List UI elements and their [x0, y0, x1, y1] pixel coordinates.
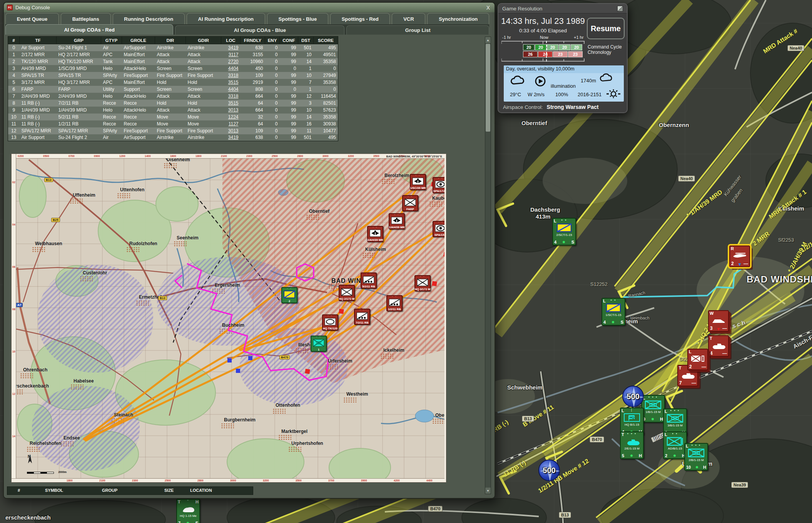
- loc-link[interactable]: 1224: [228, 114, 239, 120]
- loc-link[interactable]: 3419: [228, 135, 239, 140]
- cell-gdir: Attack: [186, 58, 221, 65]
- tab-running-description[interactable]: Running Description: [113, 13, 185, 24]
- enemy-unit-counter[interactable]: L2—: [687, 349, 708, 370]
- friendly-unit-counter[interactable]: L• •2/SCT/1-154S: [552, 218, 576, 246]
- coa-unit-icon[interactable]: · ·7/2/11 RB: [354, 309, 370, 325]
- grid-coord: 3700: [328, 479, 334, 482]
- tab-spottings-red[interactable]: Spottings - Red: [330, 13, 390, 24]
- loc-link[interactable]: 3013: [228, 128, 239, 134]
- column-header-size: SIZE: [164, 488, 174, 493]
- grid-coord: 10: [12, 350, 15, 353]
- loc-link[interactable]: 3515: [228, 80, 239, 85]
- cell-#: 0: [8, 44, 20, 51]
- cell-score: 30938: [314, 120, 338, 127]
- objective-value: 500: [627, 392, 639, 401]
- cell-eny: 0: [265, 114, 280, 120]
- coa-unit-icon[interactable]: · ·FARP: [402, 195, 418, 211]
- friendly-unit-counter[interactable]: L• • •2/B/1-15 M10H: [684, 443, 708, 471]
- coa-map[interactable]: UlsenheimUttenhofenUffenheimWelbhausenRu…: [11, 154, 446, 483]
- table-row[interactable]: 0Air SupportSu-24 Flight 1AirAirSupportA…: [8, 44, 338, 51]
- coa-unit-icon[interactable]: · ·1: [311, 336, 327, 352]
- coa-unit-icon[interactable]: · ·2: [281, 287, 297, 303]
- column-header-frndly: FRNDLY: [241, 37, 265, 44]
- scrollbar-thumb[interactable]: [486, 44, 490, 132]
- table-row[interactable]: 12/172 MRRHQ 2/172 MRRAPCMainEffortAttac…: [8, 51, 338, 58]
- tab-battleplans[interactable]: Battleplans: [61, 13, 111, 24]
- cell-dst: 10: [298, 72, 314, 79]
- scroll-up-icon[interactable]: ▲: [485, 37, 491, 43]
- table-row[interactable]: 2TK/120 MRRHQ TK/120 MRRTankMainEffortAt…: [8, 58, 338, 65]
- tab-group-list[interactable]: Group List: [346, 25, 489, 35]
- column-header-conf: CONF: [280, 37, 298, 44]
- cell-frndly: 808: [241, 86, 265, 93]
- map-town-label: Custenlohr: [83, 270, 107, 276]
- loc-link[interactable]: 3419: [228, 45, 239, 50]
- game-resolution-titlebar[interactable]: Game Resolution: [498, 4, 627, 13]
- cell-dir: Hold: [155, 79, 186, 86]
- coa-unit-icon[interactable]: · ·HQ 3/172 M: [414, 275, 431, 291]
- loc-link[interactable]: 3318: [228, 73, 239, 78]
- loc-link[interactable]: 2720: [228, 59, 239, 64]
- resume-button[interactable]: Resume: [587, 18, 625, 39]
- coa-unit-icon[interactable]: · ·1/AH/39 MR: [389, 213, 405, 229]
- scrollbar[interactable]: ▲ ▼: [485, 37, 491, 494]
- table-row[interactable]: 811 RB (-)7/2/11 RBRecceRecceHoldHold351…: [8, 100, 338, 107]
- window-titlebar[interactable]: FC Debug Console X: [4, 3, 495, 12]
- friendly-unit-counter[interactable]: L• •1/SCT/1-154S: [601, 298, 625, 326]
- tab-ai-group-coas-red[interactable]: AI Group COAs - Red: [5, 24, 173, 35]
- objective-marker-500[interactable]: 500: [538, 460, 560, 481]
- table-row[interactable]: 91/AH/39 MRD1/AH/39 MRDHeloAttackHeloAtt…: [8, 107, 338, 114]
- loc-link[interactable]: 1127: [229, 121, 239, 127]
- close-icon[interactable]: X: [485, 5, 491, 11]
- coa-unit-icon[interactable]: · ·1/SC/39 MR: [410, 174, 426, 190]
- unit-symbol-icon: [667, 437, 683, 448]
- coa-unit-icon[interactable]: · ·2/AH/39 MR: [367, 226, 383, 242]
- unit-label: 2/AH/39 MR: [366, 238, 384, 242]
- loc-link[interactable]: 4404: [228, 87, 239, 92]
- loc-link[interactable]: 3318: [228, 94, 239, 99]
- unit-symbol-icon: [623, 437, 640, 448]
- loc-link[interactable]: 3117: [229, 52, 239, 57]
- coa-unit-icon[interactable]: · ·HQ 2/172 M: [339, 285, 355, 301]
- cell-#: 5: [8, 79, 20, 86]
- tab-event-queue[interactable]: Event Queue: [5, 13, 59, 24]
- tab-synchronization[interactable]: Synchronization: [427, 13, 489, 24]
- table-row[interactable]: 72/AH/39 MRD2/AH/39 MRDHeloAttackHeloAtt…: [8, 93, 338, 100]
- loc-link[interactable]: 3013: [228, 107, 239, 113]
- map-town-label: Urphertshofen: [291, 441, 323, 446]
- table-row[interactable]: 4SPA/15 TRSPA/15 TRSPArtyFireSupportFire…: [8, 72, 338, 79]
- tab-ai-running-description[interactable]: AI Running Description: [187, 13, 265, 24]
- unit-strength: 7: [679, 380, 682, 386]
- friendly-unit-counter[interactable]: L• • •1/B/1-15 M9H: [641, 395, 665, 423]
- loc-link[interactable]: 4404: [228, 66, 239, 71]
- tab-ai-group-coas-blue[interactable]: AI Group COAs - Blue: [175, 25, 344, 35]
- enemy-unit-counter[interactable]: T4—: [708, 335, 729, 357]
- table-row[interactable]: 53/172 MRRHQ 3/172 MRRAPCMainEffortHoldH…: [8, 79, 338, 86]
- table-row[interactable]: 3AH/39 MRD1/SC/39 MRDHeloAttackHeloScree…: [8, 65, 338, 72]
- resize-icon[interactable]: [617, 6, 623, 12]
- tab-vcr[interactable]: VCR: [392, 13, 425, 24]
- map-town-label: Uffenheim: [73, 192, 95, 198]
- map-town-label: Ottenhofen: [276, 403, 300, 408]
- table-row[interactable]: 6FARPFARPUtilitySupportScreenScreen44048…: [8, 86, 338, 93]
- table-row[interactable]: 1111 RB (-)1/2/11 RBRecceRecceMoveMove11…: [8, 120, 338, 127]
- objective-marker-500[interactable]: 500: [622, 386, 644, 407]
- friendly-unit-counter[interactable]: L• •AD/B/1-152H: [663, 431, 687, 459]
- sun-times: 2016-2151: [578, 92, 601, 97]
- table-row[interactable]: 1011 RB (-)5/2/11 RBRecceRecceMoveMove12…: [8, 114, 338, 120]
- coa-unit-icon[interactable]: · ·5/2/11 RB: [361, 272, 377, 289]
- enemy-unit-counter[interactable]: W3—▼: [708, 310, 729, 332]
- friendly-unit-counter[interactable]: T• • •2/E/1-15 M5H: [620, 431, 644, 459]
- table-row[interactable]: 13Air SupportSu-24 Flight 2AirAirSupport…: [8, 134, 338, 141]
- table-row[interactable]: 12SPA/172 MRRSPA/172 MRRSPArtyFireSuppor…: [8, 127, 338, 134]
- coa-unit-icon[interactable]: · ·1/2/11 RB: [386, 295, 403, 311]
- coa-unit-icon[interactable]: · ·HQ TK/120: [322, 314, 338, 331]
- cell-dst: 1: [298, 86, 314, 93]
- friendly-unit-counter[interactable]: TH"HQ 1-15 Me7S: [176, 499, 200, 523]
- cell-grole: AirSupport: [122, 44, 155, 51]
- scroll-down-icon[interactable]: ▼: [485, 488, 491, 494]
- game-clock: 14:33 hrs, Jul 23 1989: [498, 16, 588, 26]
- enemy-unit-counter[interactable]: R2—▼: [729, 246, 750, 267]
- tab-spottings-blue[interactable]: Spottings - Blue: [267, 13, 328, 24]
- loc-link[interactable]: 3515: [228, 100, 239, 106]
